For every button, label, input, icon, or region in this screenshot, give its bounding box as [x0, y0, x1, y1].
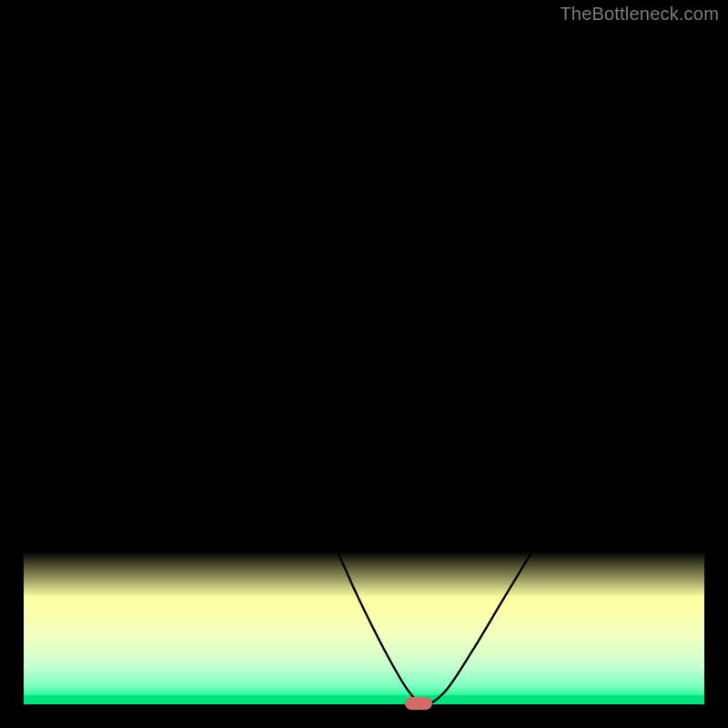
bottleneck-curve — [24, 24, 704, 704]
watermark-text: TheBottleneck.com — [560, 4, 719, 25]
chart-frame: TheBottleneck.com — [0, 0, 728, 728]
optimum-marker — [405, 697, 432, 710]
